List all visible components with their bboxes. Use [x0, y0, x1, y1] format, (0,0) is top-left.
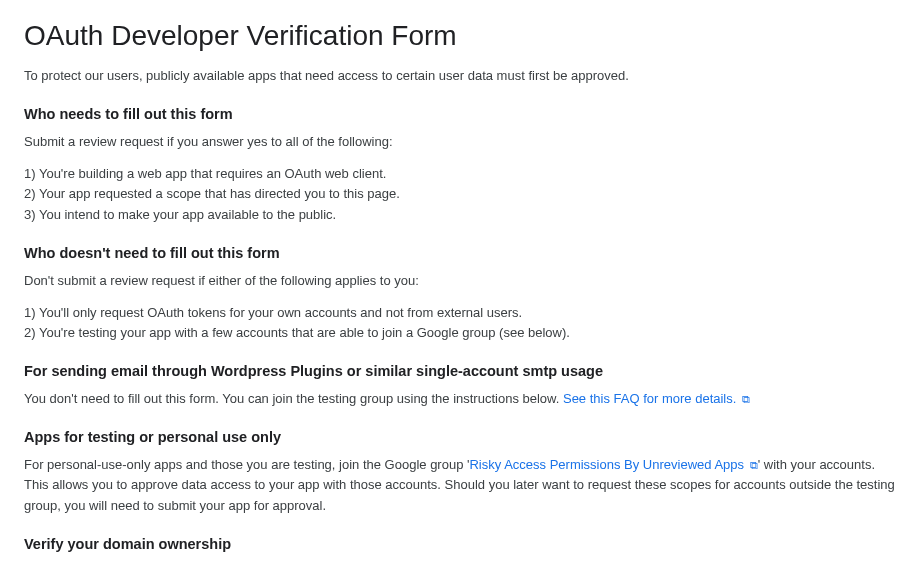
testing-paragraph: For personal-use-only apps and those you… [24, 455, 896, 515]
list-item: 1) You're building a web app that requir… [24, 164, 896, 184]
heading-smtp: For sending email through Wordpress Plug… [24, 363, 896, 379]
heading-who-needs: Who needs to fill out this form [24, 106, 896, 122]
smtp-text: You don't need to fill out this form. Yo… [24, 391, 563, 406]
intro-text: To protect our users, publicly available… [24, 66, 896, 86]
external-link-icon: ⧉ [742, 391, 750, 408]
list-item: 2) You're testing your app with a few ac… [24, 323, 896, 343]
testing-text-before: For personal-use-only apps and those you… [24, 457, 469, 472]
external-link-icon: ⧉ [750, 457, 758, 474]
list-item: 2) Your app requested a scope that has d… [24, 184, 896, 204]
page-title: OAuth Developer Verification Form [24, 20, 896, 52]
list-item: 1) You'll only request OAuth tokens for … [24, 303, 896, 323]
smtp-paragraph: You don't need to fill out this form. Yo… [24, 389, 896, 409]
heading-who-not: Who doesn't need to fill out this form [24, 245, 896, 261]
who-not-lead: Don't submit a review request if either … [24, 271, 896, 291]
heading-testing: Apps for testing or personal use only [24, 429, 896, 445]
who-not-list: 1) You'll only request OAuth tokens for … [24, 303, 896, 343]
faq-link-smtp[interactable]: See this FAQ for more details. ⧉ [563, 391, 750, 406]
who-needs-list: 1) You're building a web app that requir… [24, 164, 896, 224]
risky-access-link[interactable]: Risky Access Permissions By Unreviewed A… [469, 457, 757, 472]
list-item: 3) You intend to make your app available… [24, 205, 896, 225]
who-needs-lead: Submit a review request if you answer ye… [24, 132, 896, 152]
heading-verify: Verify your domain ownership [24, 536, 896, 552]
